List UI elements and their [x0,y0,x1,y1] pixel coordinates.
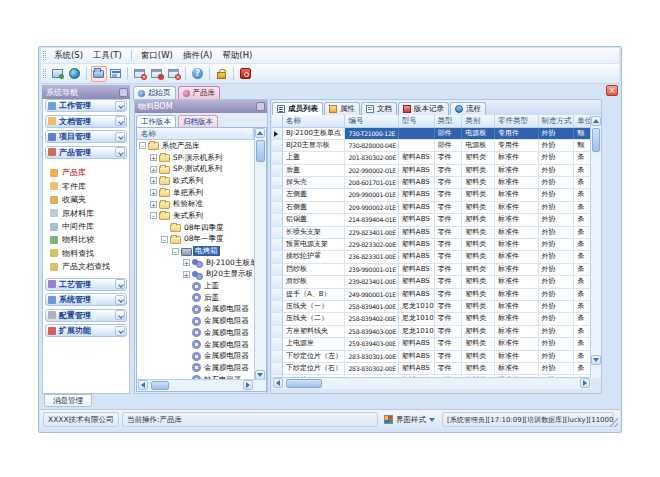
sidebar-group-配置管理[interactable]: 配置管理 [45,309,127,322]
table-row[interactable]: 预置电源支架229-823302-00E塑料ABS零件塑料类标准件外协条 [272,239,592,251]
tree-node-SP-测试机系列[interactable]: + SP-测试机系列 [137,163,254,175]
toolbar-button-globe[interactable] [67,66,83,82]
table-row[interactable]: 右侧盖209-990002-01E塑料ABS零件塑料类标准件外协条 [272,202,592,214]
table-row[interactable]: 滑纱板239-823401-00E塑料ABS零件塑料类标准件外协条 [272,276,592,288]
menu-item[interactable]: 系统(S) [49,49,88,63]
resize-grip[interactable] [608,417,618,427]
toolbar-button-help[interactable]: ? [190,66,206,82]
sidebar-item-中间件库[interactable]: 中间件库 [50,220,128,233]
tree-expander[interactable]: + [150,154,157,161]
group-chevron-button[interactable] [115,295,125,305]
toolbar-button-export-window[interactable] [149,66,165,82]
tree-expander[interactable]: + [183,271,190,278]
group-chevron-button[interactable] [115,147,125,157]
tree-node-BJ-2100主板单点[interactable]: + BJ-2100主板单点 [137,257,254,269]
toolbar-button-lock[interactable] [214,66,230,82]
table-row[interactable]: 长喷头支架229-823401-00E塑料ABS零件塑料类标准件外协条 [272,227,592,239]
table-row[interactable]: 下纱定位片（左）283-830301-00E塑料ABS零件塑料类标准件外协条 [272,351,592,363]
table-row[interactable]: BJ20主显示板730-828000-04E部件电源板专用件外协颗 [272,140,592,152]
tree-node-金属膜电阻器[interactable]: 金属膜电阻器 [137,327,254,339]
column-header-名称[interactable]: 名称 [283,115,345,127]
sidebar-item-产品文档查找[interactable]: 产品文档查找 [50,260,128,273]
sidebar-item-原材料库[interactable]: 原材料库 [50,207,128,220]
tree-vertical-scrollbar[interactable] [254,128,266,380]
tree-expander[interactable]: – [150,212,157,219]
tree-node-金属膜电阻器[interactable]: 金属膜电阻器 [137,350,254,362]
table-row[interactable]: 探头壳208-601701-01E塑料ABS零件塑料类标准件外协条 [272,177,592,189]
sidebar-group-工艺管理[interactable]: 工艺管理 [45,278,127,291]
menu-item[interactable]: 帮助(H) [217,49,257,63]
column-header-制造方式[interactable]: 制造方式 [539,115,575,127]
menu-item[interactable]: 窗口(W) [136,49,178,63]
tree-node-BJ20主显示板[interactable]: + BJ20主显示板 [137,269,254,281]
tree-node-上盖[interactable]: 上盖 [137,280,254,292]
tree-node-美式系列[interactable]: – 美式系列 [137,210,254,222]
tree-node-欧式系列[interactable]: + 欧式系列 [137,175,254,187]
sidebar-group-工作管理[interactable]: 工作管理 [45,99,127,112]
sidebar-item-零件库[interactable]: 零件库 [50,180,128,193]
tree-expander[interactable]: + [183,259,190,266]
tree-node-金属膜电阻器[interactable]: 金属膜电阻器 [137,315,254,327]
tree-node-检验标准[interactable]: + 检验标准 [137,198,254,210]
bom-pin-button[interactable] [256,102,265,111]
table-row[interactable]: 方座塑料线夹258-839403-00E尼龙1010零件塑料类标准件外协条 [272,326,592,338]
tree-expander[interactable]: + [150,201,157,208]
tree-horizontal-scrollbar[interactable] [137,379,266,391]
tree-node-后盖[interactable]: 后盖 [137,292,254,304]
menu-item[interactable]: 工具(T) [88,49,127,63]
bom-tab-工作版本[interactable]: 工作版本 [136,115,176,127]
table-row[interactable]: 压线夹（二）258-839402-00E尼龙1010零件塑料类标准件外协条 [272,313,592,325]
column-header-型号[interactable]: 型号 [399,115,435,127]
tree-node-08年一季度[interactable]: – 08年一季度 [137,234,254,246]
tree-expander[interactable]: – [139,142,146,149]
doc-tab-产品库[interactable]: 产品库 [178,86,221,99]
tree-node-金属膜电阻器[interactable]: 金属膜电阻器 [137,339,254,351]
tree-expander[interactable]: + [150,177,157,184]
sidebar-item-物料查找[interactable]: 物料查找 [50,247,128,260]
table-row[interactable]: 后盖202-990002-01E塑料ABS零件塑料类标准件外协条 [272,165,592,177]
tree-expander[interactable]: + [150,189,157,196]
tree-expander[interactable]: – [172,248,179,255]
tree-node-金属膜电阻器[interactable]: 金属膜电阻器 [137,362,254,374]
table-row[interactable]: 接纱轮护罩236-823301-00E塑料ABS零件塑料类标准件外协条 [272,251,592,263]
group-chevron-button[interactable] [115,116,125,126]
detail-tab-属性[interactable]: 属性 [324,102,360,115]
menu-grip[interactable] [43,51,46,60]
toolbar-button-window-check[interactable] [50,66,66,82]
doc-tab-起始页[interactable]: 起始页 [133,86,176,99]
sidebar-group-文档管理[interactable]: 文档管理 [45,115,127,128]
tree-expander[interactable]: – [161,236,168,243]
tree-node-单把系列[interactable]: + 单把系列 [137,187,254,199]
table-row[interactable]: 铝锅盖214-839404-01E塑料ABS零件塑料类标准件外协条 [272,214,592,226]
column-header-类型[interactable]: 类型 [435,115,463,127]
table-row[interactable]: BJ-2100主板单点730-T21000-12E部件电源板专用件外协颗 [272,128,592,140]
detail-tab-文档[interactable]: 文档 [361,102,397,115]
detail-tab-流程[interactable]: 流程 [450,102,486,115]
sidebar-group-项目管理[interactable]: 项目管理 [45,130,127,143]
group-chevron-button[interactable] [115,132,125,142]
tree-node-08年四季度[interactable]: 08年四季度 [137,222,254,234]
style-selector[interactable]: 界面样式 [380,412,439,427]
tree-node-电烤箱[interactable]: – 电烤箱 [137,245,254,257]
group-chevron-button[interactable] [115,279,125,289]
tab-close-button[interactable]: × [606,85,618,96]
toolbar-button-close-window[interactable] [132,66,148,82]
sidebar-pin-button[interactable] [119,88,128,97]
table-row[interactable]: 提手（A、B）249-990001-01E塑料ABS零件塑料类标准件外协条 [272,289,592,301]
tree-node-SP-演示机系列[interactable]: + SP-演示机系列 [137,152,254,164]
table-row[interactable]: 下纱定位片（右）283-830302-00E塑料ABS零件塑料类标准件外协条 [272,363,592,375]
group-chevron-button[interactable] [115,310,125,320]
toolbar-button-exit[interactable] [238,66,254,82]
toolbar-button-cascade-windows[interactable] [108,66,124,82]
menu-item[interactable]: 插件(A) [178,49,217,63]
tree-node-系统产品库[interactable]: – 系统产品库 [137,140,254,152]
toolbar-grip[interactable] [43,69,46,78]
table-row[interactable]: 左侧盖209-990001-01E塑料ABS零件塑料类标准件外协条 [272,189,592,201]
bom-tab-归档版本[interactable]: 归档版本 [178,115,218,127]
column-header-编号[interactable]: 编号 [345,115,398,127]
detail-tab-版本记录[interactable]: 版本记录 [398,102,449,115]
tree-expander[interactable]: + [150,166,157,173]
table-row[interactable]: 压线夹（一）258-839401-00E尼龙1010零件塑料类标准件外协条 [272,301,592,313]
grid-horizontal-scrollbar[interactable] [272,377,591,389]
sidebar-item-产品库[interactable]: 产品库 [50,166,128,179]
